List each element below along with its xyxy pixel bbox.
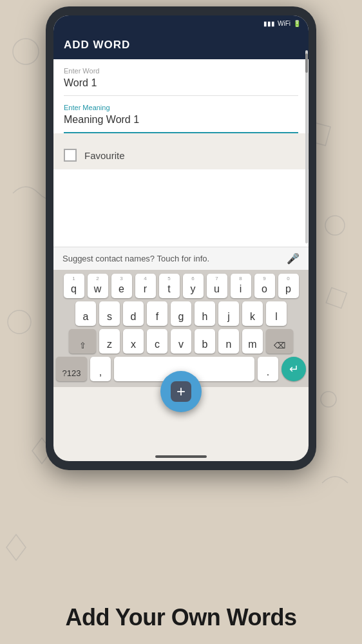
bottom-headline: Add Your Own Words bbox=[0, 604, 362, 631]
word-label: Enter Word bbox=[64, 67, 298, 75]
favourite-label: Favourite bbox=[84, 150, 125, 161]
form-section: Enter Word Word 1 Enter Meaning Meaning … bbox=[53, 59, 309, 133]
mic-icon[interactable]: 🎤 bbox=[287, 252, 300, 265]
phone-frame: ▮▮▮ WiFi 🔋 ADD WORD Enter Word Word 1 En… bbox=[46, 6, 316, 470]
meaning-input-group[interactable]: Enter Meaning Meaning Word 1 bbox=[64, 104, 298, 133]
keyboard: 1q 2w 3e 4r 5t 6y 7u 8i 9o 0p a s d f g … bbox=[53, 270, 309, 387]
key-l[interactable]: l bbox=[266, 301, 287, 326]
keyboard-row-1: 1q 2w 3e 4r 5t 6y 7u 8i 9o 0p bbox=[56, 274, 306, 298]
meaning-label: Enter Meaning bbox=[64, 104, 298, 111]
meaning-value[interactable]: Meaning Word 1 bbox=[64, 113, 298, 127]
keyboard-row-2: a s d f g h j k l bbox=[56, 301, 306, 326]
key-x[interactable]: x bbox=[123, 329, 144, 354]
key-e[interactable]: 3e bbox=[111, 274, 132, 298]
suggestion-bar[interactable]: Suggest contact names? Touch for info. 🎤 bbox=[53, 247, 309, 270]
svg-point-0 bbox=[13, 39, 39, 64]
enter-icon: ↵ bbox=[289, 362, 299, 376]
favourite-checkbox[interactable] bbox=[64, 149, 77, 162]
battery-icon: 🔋 bbox=[293, 20, 301, 27]
key-t[interactable]: 5t bbox=[159, 274, 180, 298]
svg-rect-4 bbox=[326, 288, 347, 308]
key-g[interactable]: g bbox=[171, 301, 191, 326]
scrollbar-track[interactable] bbox=[305, 50, 308, 243]
key-enter[interactable]: ↵ bbox=[281, 357, 306, 381]
scrollbar-thumb bbox=[305, 53, 308, 73]
key-h[interactable]: h bbox=[195, 301, 215, 326]
key-d[interactable]: d bbox=[123, 301, 144, 326]
svg-point-3 bbox=[8, 310, 31, 334]
key-q[interactable]: 1q bbox=[64, 274, 84, 298]
key-m[interactable]: m bbox=[242, 329, 263, 354]
key-v[interactable]: v bbox=[171, 329, 191, 354]
key-b[interactable]: b bbox=[195, 329, 215, 354]
key-f[interactable]: f bbox=[147, 301, 167, 326]
numbers-toggle-label: ?123 bbox=[62, 368, 81, 378]
signal-icon: ▮▮▮ bbox=[263, 20, 275, 27]
word-input-group[interactable]: Enter Word Word 1 bbox=[64, 67, 298, 96]
key-u[interactable]: 7u bbox=[207, 274, 227, 298]
wifi-icon: WiFi bbox=[278, 20, 291, 27]
key-comma[interactable]: , bbox=[90, 357, 111, 381]
key-k[interactable]: k bbox=[242, 301, 263, 326]
home-indicator bbox=[155, 455, 207, 458]
key-s[interactable]: s bbox=[99, 301, 120, 326]
keyboard-row-3: ⇧ z x c v b n m ⌫ bbox=[56, 329, 306, 354]
status-icons: ▮▮▮ WiFi 🔋 bbox=[263, 20, 301, 27]
fab-inner: + bbox=[171, 381, 191, 402]
svg-point-5 bbox=[321, 392, 336, 407]
key-o[interactable]: 9o bbox=[254, 274, 275, 298]
key-w[interactable]: 2w bbox=[88, 274, 108, 298]
fab-button[interactable]: + bbox=[160, 371, 202, 412]
key-z[interactable]: z bbox=[99, 329, 120, 354]
svg-point-2 bbox=[325, 216, 345, 235]
bottom-text-area: Add Your Own Words bbox=[0, 604, 362, 631]
key-y[interactable]: 6y bbox=[183, 274, 204, 298]
key-p[interactable]: 0p bbox=[278, 274, 299, 298]
status-bar: ▮▮▮ WiFi 🔋 bbox=[53, 15, 309, 31]
app-title: ADD WORD bbox=[64, 39, 130, 52]
key-period[interactable]: . bbox=[258, 357, 278, 381]
key-shift[interactable]: ⇧ bbox=[69, 329, 96, 354]
key-i[interactable]: 8i bbox=[231, 274, 251, 298]
comma-label: , bbox=[99, 366, 102, 378]
key-c[interactable]: c bbox=[147, 329, 167, 354]
key-j[interactable]: j bbox=[218, 301, 239, 326]
fab-icon: + bbox=[176, 384, 186, 399]
word-value[interactable]: Word 1 bbox=[64, 76, 298, 90]
key-backspace[interactable]: ⌫ bbox=[266, 329, 293, 354]
key-n[interactable]: n bbox=[218, 329, 239, 354]
key-numbers-toggle[interactable]: ?123 bbox=[56, 357, 87, 381]
period-label: . bbox=[267, 366, 269, 378]
app-header: ADD WORD bbox=[53, 31, 309, 59]
key-a[interactable]: a bbox=[75, 301, 96, 326]
favourite-row[interactable]: Favourite bbox=[53, 141, 309, 169]
suggestion-text: Suggest contact names? Touch for info. bbox=[62, 254, 209, 263]
empty-space bbox=[53, 169, 309, 247]
key-r[interactable]: 4r bbox=[135, 274, 156, 298]
